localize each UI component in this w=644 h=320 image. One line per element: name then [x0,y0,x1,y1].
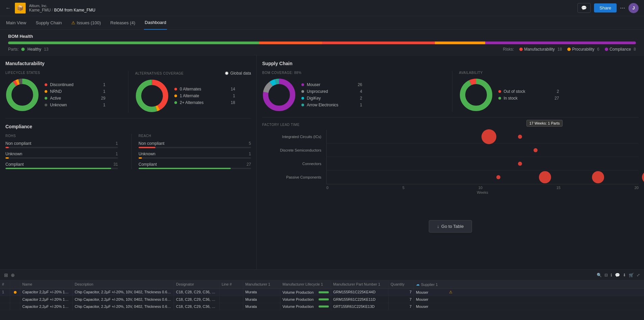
bom-coverage-label: BOM COVERAGE: 88% [262,71,442,75]
legend-1-alt: 1 Alternate 1 [174,94,235,98]
manufacturability-section: Manufacturability LIFECYCLE STATES [5,61,251,113]
rohs-unk-bar [5,157,9,159]
tab-issues[interactable]: ⚠ Issues (100) [71,16,102,30]
dashboard-body: Manufacturability LIFECYCLE STATES [0,55,644,269]
risk-compliance: Compliance 8 [605,47,636,52]
bubble-pass-3 [592,171,604,183]
reach-unk-bar [139,157,142,159]
export-icon[interactable]: ⬇ [623,273,626,277]
goto-table-button[interactable]: ↓ Go to Table [429,220,472,233]
td-num-3 [0,303,10,310]
table-toolbar-right: 🔍 ⊟ ℹ 💬 ⬇ 🛒 ⤢ [597,273,640,277]
td-lc-1: Volume Production [280,289,331,296]
expand-icon[interactable]: ⤢ [637,273,640,277]
alternatives-coverage: ALTERNATIVES COVERAGE Global data [128,71,251,113]
th-supplier: ☁ Supplier 1 [414,281,454,288]
goto-table-section: ↓ Go to Table [262,217,639,236]
tab-releases[interactable]: Releases (4) [110,16,136,30]
risk-procurability: Procurability 6 [567,47,599,52]
risk-dot-comp [605,48,608,51]
rohs-compliant: Compliant 31 [5,162,118,169]
lifecycle-indicator-3 [319,305,329,308]
bubble-pass-4 [642,171,644,183]
table-columns-icon[interactable]: ⊞ [4,272,8,278]
rohs-non-compliant: Non compliant 1 [5,141,118,148]
main-content: BOM Health Parts: Healthy 13 Risks: Manu… [0,30,644,320]
avatar[interactable]: J [628,3,639,13]
td-dot-3 [10,303,20,310]
nav-tabs: Main View Supply Chain ⚠ Issues (100) Re… [0,16,644,30]
table-header: # Name Description Designator Line # Man… [0,281,644,289]
lead-time-chart: Integrated Circuits (ICs) Discrete Semic… [262,130,639,211]
alt-header: ALTERNATIVES COVERAGE Global data [135,71,251,76]
td-line-2 [220,296,243,303]
info-icon[interactable]: ℹ [611,273,612,277]
parts-label: Parts: [8,47,19,52]
td-qty-3: 7 [389,303,414,310]
table-add-icon[interactable]: ⊕ [11,272,15,278]
svg-point-1 [9,81,36,108]
discontinued-dot [45,83,47,86]
mfr-title: Manufacturability [5,61,251,66]
td-num-1: 1 [0,289,10,296]
rohs-comp-bar [5,168,111,169]
bom-health-section: BOM Health Parts: Healthy 13 Risks: Manu… [0,30,644,55]
tab-dashboard[interactable]: Dashboard [144,16,167,30]
supply-donut [262,78,296,112]
tab-supply-chain[interactable]: Supply Chain [35,16,63,30]
x-axis-title: Weeks [326,190,639,194]
grid-row-discrete [327,143,639,157]
risk-manufacturability: Manufacturability 18 [519,47,562,52]
healthy-count: 13 [44,47,48,52]
th-line: Line # [220,281,243,288]
chat-button[interactable]: 💬 [577,3,591,13]
th-name: Name [20,281,73,288]
availability-section: AVAILABILITY [452,71,639,112]
reach-label: REACH [139,134,251,138]
filter-icon[interactable]: ⊟ [604,273,608,277]
reach-unk-bar-bg [139,157,251,159]
left-panel: Manufacturability LIFECYCLE STATES [0,55,257,269]
td-desig-2: C18, C28, C29, C36, C38, C... [174,296,220,303]
warning-icon: ⚠ [71,20,75,25]
table-row: Capacitor 2,2μF +/-20% 10V ... Chip Capa… [0,296,644,303]
search-icon[interactable]: 🔍 [597,273,602,277]
y-axis-labels: Integrated Circuits (ICs) Discrete Semic… [262,130,325,184]
share-button[interactable]: Share [594,3,617,12]
rohs-comp-bar-bg [5,168,118,169]
parts-legend: Parts: Healthy 13 [8,47,48,52]
app-logo: 📦 [15,3,26,14]
project-name[interactable]: Kame_FMU [29,8,51,12]
alt-chart: 0 Alternates 14 1 Alternate 1 [135,79,251,113]
unknown-dot [45,104,47,106]
legend-2plus-alt: 2+ Alternates 18 [174,100,235,105]
td-mfr-2: Murata [243,296,280,303]
lead-time-grid: 17 Weeks: 1 Parts [326,130,639,184]
bom-coverage-chart: Mouser 26 Unprocured 4 [262,78,442,112]
tab-main-view[interactable]: Main View [5,16,27,30]
more-button[interactable]: ··· [620,4,625,11]
legend-mouser: Mouser 26 [301,82,362,87]
th-mpn: Manufacturer Part Number 1 [331,281,389,288]
reach-nc-bar [139,147,155,148]
td-qty-1: 7 [389,289,414,296]
supply-chain-title: Supply Chain [262,61,639,66]
compliance-section: Compliance ROHS Non compliant 1 [5,118,251,169]
td-qty-2: 7 [389,296,414,303]
cart-icon[interactable]: 🛒 [629,273,634,277]
reach-non-compliant: Non compliant 5 [139,141,251,148]
th-manufacturer: Manufacturer 1 [243,281,280,288]
legend-active: Active 29 [45,96,105,101]
healthy-label: Healthy [27,47,41,52]
healthy-dot [21,48,25,51]
back-button[interactable]: ← [5,5,11,11]
alternatives-donut [135,79,169,113]
risks-label: Risks: [503,47,514,52]
right-panel: Supply Chain BOM COVERAGE: 88% [257,55,644,269]
comment-icon[interactable]: 💬 [615,273,620,277]
reach-nc-bar-bg [139,147,251,148]
global-data: Global data [225,71,251,76]
risks-legend: Risks: Manufacturability 18 Procurabilit… [503,47,636,52]
arrow-down-icon: ↓ [437,224,440,229]
compliance-content: ROHS Non compliant 1 [5,134,251,169]
